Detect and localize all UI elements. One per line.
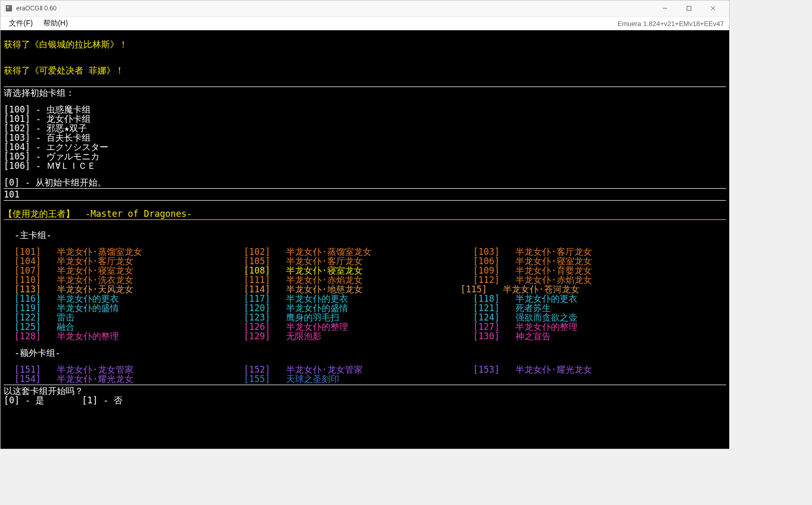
section-extra-deck: -额外卡组-: [4, 348, 726, 358]
card-option[interactable]: [105] 半龙女仆·客厅龙女: [233, 256, 462, 266]
card-option[interactable]: [151] 半龙女仆·龙女管家: [4, 365, 233, 374]
card-option[interactable]: [117] 半龙女仆的更衣: [233, 294, 462, 303]
menu-file[interactable]: 文件(F): [4, 18, 38, 29]
card-option[interactable]: [110] 半龙女仆·洗衣龙女: [4, 275, 233, 285]
main-deck-grid: [101] 半龙女仆·蒸馏室龙女 [102] 半龙女仆·蒸馏室龙女 [103] …: [4, 247, 726, 341]
card-option[interactable]: [127] 半龙女仆的整理: [462, 322, 692, 331]
menu-help[interactable]: 帮助(H): [38, 18, 73, 29]
deck-title: 【使用龙的王者】 -Master of Dragones-: [4, 209, 726, 218]
deck-option[interactable]: [100] - 虫惑魔卡组: [4, 105, 726, 114]
confirm-options: [0] - 是 [1] - 否: [4, 396, 726, 405]
version-label: Emuera 1.824+v21+EMv18+EEv47: [618, 20, 726, 28]
card-option[interactable]: [101] 半龙女仆·蒸馏室龙女: [4, 247, 233, 256]
minimize-button[interactable]: [653, 1, 677, 16]
deck-option[interactable]: [103] - 百夫长卡组: [4, 133, 726, 142]
empty-cell: [462, 374, 692, 384]
card-option[interactable]: [112] 半龙女仆·赤焰龙女: [462, 275, 692, 285]
app-window: eraOCGⅡ 0.60 文件(F) 帮助(H) Emuera 1.824+v2…: [0, 0, 730, 449]
card-option[interactable]: [155] 天球之圣刻印: [233, 374, 462, 384]
card-option[interactable]: [121] 死者苏生: [462, 303, 692, 313]
svg-rect-3: [687, 6, 691, 10]
divider: [4, 200, 726, 201]
deck-option[interactable]: [102] - 邪恶★双子: [4, 124, 726, 133]
extra-deck-grid: [151] 半龙女仆·龙女管家 [152] 半龙女仆·龙女管家 [153] 半龙…: [4, 365, 726, 384]
card-option[interactable]: [118] 半龙女仆的更衣: [462, 294, 692, 303]
card-option[interactable]: [102] 半龙女仆·蒸馏室龙女: [233, 247, 462, 256]
message-line: 获得了《可爱处决者 菲娜》！: [4, 66, 726, 75]
card-option[interactable]: [120] 半龙女仆的盛情: [233, 303, 462, 313]
card-option[interactable]: [104] 半龙女仆·客厅龙女: [4, 256, 233, 266]
console[interactable]: 获得了《白银城的拉比林斯》！ 获得了《可爱处决者 菲娜》！ 请选择初始卡组： […: [1, 30, 729, 449]
deck-option[interactable]: [105] - ヴァルモニカ: [4, 152, 726, 161]
card-option[interactable]: [103] 半龙女仆·客厅龙女: [462, 247, 692, 256]
card-option[interactable]: [152] 半龙女仆·龙女管家: [233, 365, 462, 374]
card-option[interactable]: [154] 半龙女仆·耀光龙女: [4, 374, 233, 384]
card-option[interactable]: [108] 半龙女仆·寝室龙女: [233, 266, 462, 275]
card-option[interactable]: [116] 半龙女仆的更衣: [4, 294, 233, 303]
option-yes[interactable]: [0] - 是: [4, 395, 44, 405]
prompt-choose-deck: 请选择初始卡组：: [4, 88, 726, 97]
divider: [4, 219, 726, 220]
card-option[interactable]: [113] 半龙女仆·天风龙女: [4, 285, 233, 294]
svg-rect-1: [7, 6, 9, 8]
card-option[interactable]: [153] 半龙女仆·耀光龙女: [462, 365, 692, 374]
card-option[interactable]: [130] 神之宣告: [462, 331, 692, 341]
titlebar: eraOCGⅡ 0.60: [1, 1, 729, 16]
card-option[interactable]: [106] 半龙女仆·寝室龙女: [462, 256, 692, 266]
deck-option[interactable]: [0] - 从初始卡组开始。: [4, 178, 726, 187]
card-option[interactable]: [107] 半龙女仆·寝室龙女: [4, 266, 233, 275]
close-button[interactable]: [701, 1, 725, 16]
card-option[interactable]: [129] 无限泡影: [233, 331, 462, 341]
option-no[interactable]: [1] - 否: [82, 395, 122, 405]
divider: [4, 188, 726, 189]
deck-option[interactable]: [104] - エクソシスター: [4, 142, 726, 152]
card-option[interactable]: [126] 半龙女仆的整理: [233, 322, 462, 331]
message-line: 获得了《白银城的拉比林斯》！: [4, 40, 726, 49]
divider: [4, 87, 726, 87]
card-option[interactable]: [124] 强欲而贪欲之壶: [462, 313, 692, 322]
card-option[interactable]: [111] 半龙女仆·赤焰龙女: [233, 275, 462, 285]
card-option[interactable]: [123] 鹰身的羽毛扫: [233, 313, 462, 322]
card-option[interactable]: [114] 半龙女仆·地慈龙女: [233, 285, 462, 294]
confirm-prompt: 以这套卡组开始吗？: [4, 386, 726, 396]
card-option[interactable]: [125] 融合: [4, 322, 233, 331]
app-icon: [5, 4, 13, 13]
card-option[interactable]: [122] 雷击: [4, 313, 233, 322]
deck-option[interactable]: [106] - Ｍ∀ＬＩＣＥ: [4, 161, 726, 170]
card-option[interactable]: [119] 半龙女仆的盛情: [4, 303, 233, 313]
card-option[interactable]: [128] 半龙女仆的整理: [4, 331, 233, 341]
deck-option[interactable]: [101] - 龙女仆卡组: [4, 114, 726, 124]
section-main-deck: -主卡组-: [4, 230, 726, 240]
divider: [4, 385, 726, 385]
card-option[interactable]: [109] 半龙女仆·育婴龙女: [462, 266, 692, 275]
window-controls: [653, 1, 725, 16]
user-input: 101: [4, 190, 726, 199]
maximize-button[interactable]: [677, 1, 701, 16]
menubar: 文件(F) 帮助(H) Emuera 1.824+v21+EMv18+EEv47: [1, 16, 729, 30]
card-option[interactable]: [115] 半龙女仆·苍河龙女: [450, 285, 692, 294]
window-title: eraOCGⅡ 0.60: [16, 5, 56, 12]
